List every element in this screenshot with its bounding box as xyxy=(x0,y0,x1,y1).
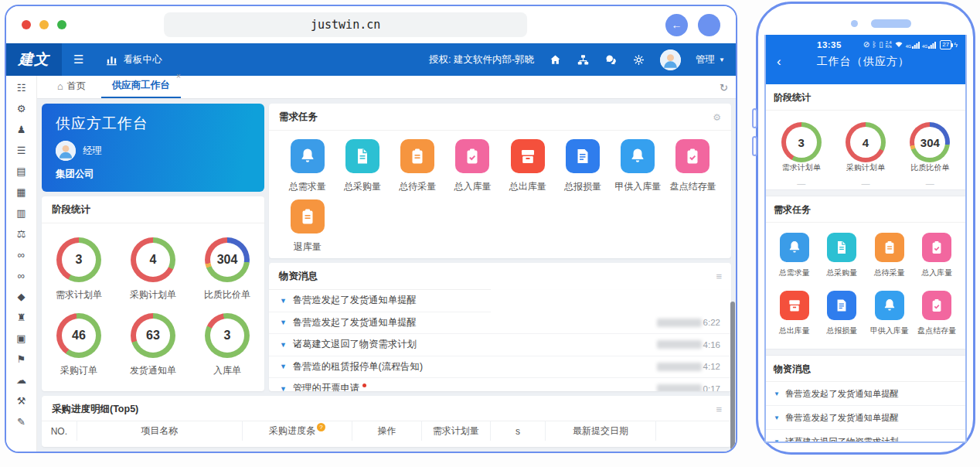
address-bar[interactable]: justwin.cn xyxy=(164,12,527,37)
message-row[interactable]: ▼鲁营造发起了发货通知单提醒 xyxy=(766,406,965,430)
clipboard-icon xyxy=(291,199,325,234)
message-row[interactable]: ▼鲁营造发起了发货通知单提醒 xyxy=(766,382,965,406)
sidebar-icon-money[interactable]: ⚖ xyxy=(17,229,26,239)
message-marker-icon: ▼ xyxy=(280,297,287,305)
task-bell[interactable]: 总需求量 xyxy=(779,233,810,278)
sidebar-icon-list[interactable]: ☰ xyxy=(17,145,26,155)
stage-stat[interactable]: 3入库单 xyxy=(205,313,250,377)
sidebar-icon-ledger[interactable]: ▦ xyxy=(16,187,26,197)
blurred-date xyxy=(657,319,702,327)
task-clipcheck[interactable]: 总入库量 xyxy=(921,233,952,278)
minimize-window-button[interactable] xyxy=(39,20,49,29)
task-doc[interactable]: 总采购量 xyxy=(826,233,857,278)
sidebar-icon-person-flow[interactable]: ♟ xyxy=(17,124,26,135)
clipcheck-icon xyxy=(455,139,489,173)
doc-icon xyxy=(827,233,856,262)
tab-supplier-workbench[interactable]: 供应商工作台 × xyxy=(101,79,181,98)
sidebar-icon-cloud[interactable]: ☁ xyxy=(16,375,26,385)
task-clipboard[interactable]: 退库量 xyxy=(280,199,335,254)
column-header: 最新提交日期 xyxy=(545,421,655,441)
message-row[interactable]: ▼诸葛建文退回了物资需求计划4:16 xyxy=(269,334,731,356)
back-button[interactable]: ← xyxy=(665,14,688,36)
maximize-window-button[interactable] xyxy=(57,20,66,29)
menu-toggle-icon[interactable]: ☰ xyxy=(73,53,83,66)
message-row[interactable]: ▼诸葛建文退回了物资需求计划 xyxy=(766,430,965,441)
sidebar-icon-edit[interactable]: ✎ xyxy=(17,417,26,427)
stage-stat[interactable]: 304比质比价单— xyxy=(910,122,950,188)
manage-dropdown[interactable]: 管理 ▼ xyxy=(696,53,725,66)
task-clipcheck[interactable]: 盘点结存量 xyxy=(917,291,956,336)
app-logo[interactable]: 建文 xyxy=(6,43,62,76)
task-archive[interactable]: 总出库量 xyxy=(500,139,555,193)
desktop-browser-window: justwin.cn ← 建文 ☰ 看板中心 授权: 建文软件内部-郭晓 管理 … xyxy=(5,5,737,453)
refresh-icon[interactable]: ↻ xyxy=(720,82,728,94)
task-archive[interactable]: 总出库量 xyxy=(779,291,810,336)
column-header: 需求计划量 xyxy=(421,421,490,441)
column-header xyxy=(655,421,731,441)
message-row[interactable]: ▼鲁营造发起了发货通知单提醒6:22 xyxy=(269,312,731,335)
task-bell[interactable]: 甲供入库量 xyxy=(870,291,909,336)
list-menu-icon[interactable]: ≡ xyxy=(716,404,721,415)
user-avatar[interactable] xyxy=(660,49,681,70)
bar-chart-icon xyxy=(105,53,118,66)
column-label: 操作 xyxy=(377,424,396,438)
material-messages-title: 物资消息 xyxy=(279,270,318,283)
task-filetext[interactable]: 总报损量 xyxy=(555,139,610,193)
close-tab-icon[interactable]: × xyxy=(176,72,181,80)
volume-up-button[interactable] xyxy=(752,108,757,128)
phone-stage-stats-title: 阶段统计 xyxy=(766,84,965,111)
avatar xyxy=(56,141,76,161)
stage-stat-label: 比质比价单 xyxy=(910,162,949,173)
donut-ring: 3 xyxy=(205,313,250,358)
profile-button[interactable] xyxy=(698,14,720,36)
tab-home[interactable]: ⌂ 首页 xyxy=(57,80,86,93)
stage-stat[interactable]: 304比质比价单 xyxy=(204,237,250,302)
list-menu-icon[interactable]: ≡ xyxy=(716,271,721,282)
task-clipboard[interactable]: 总待采量 xyxy=(874,233,905,278)
sidebar-icon-link-2[interactable]: ∞ xyxy=(18,271,25,281)
sidebar-icon-card[interactable]: ▥ xyxy=(16,208,26,218)
stage-stat-label: 入库单 xyxy=(213,364,241,377)
stage-stat[interactable]: 4采购计划单— xyxy=(846,122,886,188)
message-row[interactable]: ▼鲁营造的租赁报停单(流程告知)4:12 xyxy=(269,356,731,379)
sidebar-icon-report[interactable]: ▤ xyxy=(16,166,26,176)
sidebar-icon-link-1[interactable]: ∞ xyxy=(18,250,25,260)
message-row[interactable]: ▼鲁营造发起了发货通知单提醒 xyxy=(269,290,731,312)
back-icon[interactable]: ‹ xyxy=(774,56,784,67)
message-row[interactable]: ▼管理的开票申请0:17 xyxy=(269,378,731,391)
stage-stat-label: 采购计划单 xyxy=(846,162,885,173)
stage-stat[interactable]: 4采购计划单 xyxy=(130,237,176,302)
vertical-scrollbar[interactable] xyxy=(730,302,735,450)
sidebar-icon-flag[interactable]: ⚑ xyxy=(17,354,26,364)
sidebar-icon-box[interactable]: ▣ xyxy=(16,333,26,343)
sidebar-icon-chart[interactable]: ☷ xyxy=(17,83,26,93)
stage-stat[interactable]: 3需求计划单— xyxy=(781,122,822,188)
task-label: 总需求量 xyxy=(779,268,810,278)
sidebar-icon-gem[interactable]: ◆ xyxy=(18,291,26,302)
sidebar-icon-doc-gear[interactable]: ⚙ xyxy=(17,104,26,114)
wechat-icon[interactable] xyxy=(604,53,618,66)
home-icon[interactable] xyxy=(549,53,562,66)
task-bell[interactable]: 甲供入库量 xyxy=(611,139,665,193)
volume-down-button[interactable] xyxy=(752,136,757,156)
task-bell[interactable]: 总需求量 xyxy=(280,139,335,193)
clipboard-icon xyxy=(875,233,904,262)
sidebar-icon-tools[interactable]: ⚒ xyxy=(17,396,26,406)
task-doc[interactable]: 总采购量 xyxy=(335,139,390,193)
org-chart-icon[interactable] xyxy=(577,53,590,66)
dashboard-center-link[interactable]: 看板中心 xyxy=(105,53,162,66)
task-clipboard[interactable]: 总待采量 xyxy=(390,139,445,193)
app-body: ☷⚙♟☰▤▦▥⚖∞∞◆♜▣⚑☁⚒✎ ⌂ 首页 供应商工作台 × ↻ 供应方工作台 xyxy=(6,76,736,452)
task-clipcheck[interactable]: 总入库量 xyxy=(445,139,500,193)
help-badge[interactable]: ? xyxy=(317,423,325,431)
stage-stat[interactable]: 3需求计划单 xyxy=(56,237,102,302)
stage-stat[interactable]: 63发货通知单 xyxy=(130,313,176,377)
sidebar-icon-shield[interactable]: ♜ xyxy=(17,312,26,322)
task-clipcheck[interactable]: 盘点结存量 xyxy=(665,139,720,193)
gear-icon[interactable]: ⚙ xyxy=(713,112,721,123)
clipcheck-icon xyxy=(922,291,951,320)
task-filetext[interactable]: 总报损量 xyxy=(826,291,857,336)
stage-stat[interactable]: 46采购订单 xyxy=(56,313,101,377)
apps-icon[interactable] xyxy=(632,53,645,66)
close-window-button[interactable] xyxy=(22,20,31,29)
